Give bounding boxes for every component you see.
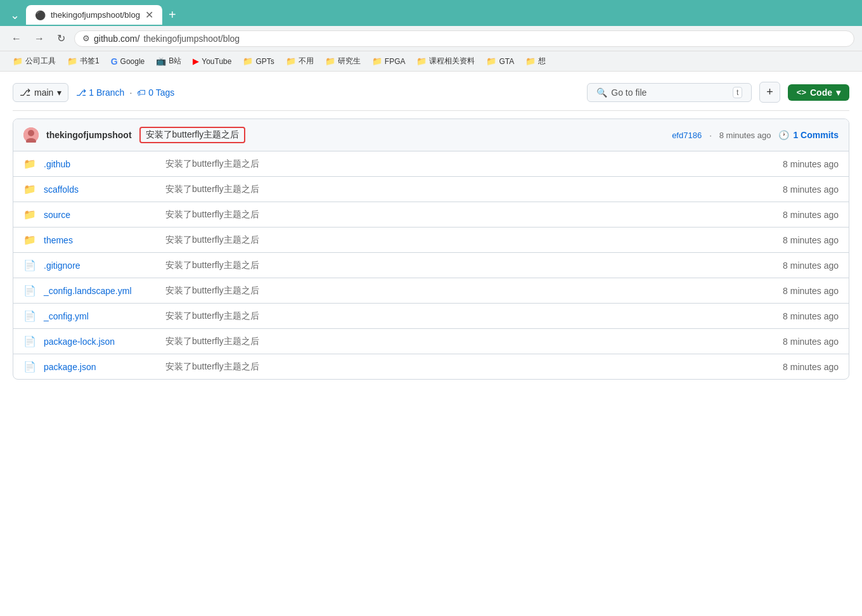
branch-selector[interactable]: ⎇ main ▾ <box>13 83 68 102</box>
branch-name: main <box>34 87 53 98</box>
add-file-btn[interactable]: + <box>759 82 780 103</box>
tab-title: thekingofjumpshoot/blog <box>51 10 140 20</box>
plus-icon: + <box>766 86 773 99</box>
file-time: 8 minutes ago <box>783 159 839 169</box>
bookmark-shujian[interactable]: 📁 书签1 <box>62 54 105 68</box>
table-row: 📄 _config.landscape.yml 安装了butterfly主题之后… <box>13 278 849 304</box>
bookmark-gongsi-label: 公司工具 <box>25 56 56 67</box>
bookmark-kecheng-label: 课程相关资料 <box>429 56 475 67</box>
security-icon: ⚙ <box>82 34 90 43</box>
tag-count-link[interactable]: 🏷 0 Tags <box>137 87 174 98</box>
bookmark-xiang-label: 想 <box>538 56 546 67</box>
tab-bar: ⌄ ⚫ thekingofjumpshoot/blog ✕ + <box>0 0 862 26</box>
bookmark-youtube[interactable]: ▶ YouTube <box>188 55 236 68</box>
file-icon: 📄 <box>23 259 36 271</box>
bilibili-icon: 📺 <box>156 56 166 66</box>
tab-dropdown-btn[interactable]: ⌄ <box>6 4 23 26</box>
folder-icon: 📁 <box>243 56 253 66</box>
back-btn[interactable]: ← <box>8 30 25 47</box>
bookmark-fpga[interactable]: 📁 FPGA <box>367 55 411 68</box>
folder-icon: 📁 <box>23 209 36 221</box>
file-name[interactable]: _config.yml <box>44 311 158 321</box>
commit-author-avatar <box>23 127 39 143</box>
reload-btn[interactable]: ↻ <box>53 30 69 47</box>
folder-icon: 📁 <box>13 56 23 66</box>
file-commit-message: 安装了butterfly主题之后 <box>165 336 775 347</box>
table-row: 📄 _config.yml 安装了butterfly主题之后 8 minutes… <box>13 304 849 329</box>
forward-btn[interactable]: → <box>30 30 48 47</box>
table-row: 📁 scaffolds 安装了butterfly主题之后 8 minutes a… <box>13 177 849 202</box>
file-commit-message: 安装了butterfly主题之后 <box>165 361 775 373</box>
file-name[interactable]: source <box>44 210 158 220</box>
bookmark-gpts[interactable]: 📁 GPTs <box>238 55 279 68</box>
active-tab[interactable]: ⚫ thekingofjumpshoot/blog ✕ <box>26 5 162 25</box>
folder-icon: 📁 <box>23 234 36 246</box>
file-name[interactable]: package.json <box>44 362 158 372</box>
file-commit-message: 安装了butterfly主题之后 <box>165 158 775 170</box>
table-row: 📄 .gitignore 安装了butterfly主题之后 8 minutes … <box>13 253 849 278</box>
bookmark-buyong[interactable]: 📁 不用 <box>281 54 319 68</box>
youtube-icon: ▶ <box>193 56 199 66</box>
bookmark-xiang[interactable]: 📁 想 <box>520 54 551 68</box>
bookmark-fpga-label: FPGA <box>385 57 406 66</box>
bookmark-youtube-label: YouTube <box>202 57 231 66</box>
folder-icon: 📁 <box>286 56 296 66</box>
search-icon: 🔍 <box>596 87 607 98</box>
table-row: 📁 source 安装了butterfly主题之后 8 minutes ago <box>13 202 849 228</box>
bookmark-kecheng[interactable]: 📁 课程相关资料 <box>411 54 480 68</box>
file-icon: 📄 <box>23 285 36 297</box>
bookmark-shujian-label: 书签1 <box>80 56 100 67</box>
folder-icon: 📁 <box>486 56 496 66</box>
go-to-file-btn[interactable]: 🔍 Go to file t <box>587 83 752 102</box>
file-icon: 📄 <box>23 361 36 373</box>
commits-count: 1 Commits <box>793 130 839 140</box>
table-row: 📁 .github 安装了butterfly主题之后 8 minutes ago <box>13 151 849 177</box>
branch-count-icon: ⎇ <box>76 87 86 98</box>
url-base: github.com/ <box>94 34 139 44</box>
file-name[interactable]: .github <box>44 159 158 169</box>
file-commit-message: 安装了butterfly主题之后 <box>165 184 775 195</box>
address-bar[interactable]: ⚙ github.com/thekingofjumpshoot/blog <box>74 30 854 47</box>
branch-count: 1 Branch <box>89 87 124 98</box>
file-icon: 📄 <box>23 335 36 347</box>
file-commit-message: 安装了butterfly主题之后 <box>165 311 775 322</box>
folder-icon: 📁 <box>23 158 36 170</box>
file-name[interactable]: scaffolds <box>44 184 158 195</box>
folder-icon: 📁 <box>416 56 427 66</box>
file-name[interactable]: themes <box>44 235 158 245</box>
nav-bar: ← → ↻ ⚙ github.com/thekingofjumpshoot/bl… <box>0 26 862 51</box>
code-button[interactable]: <> Code ▾ <box>788 84 849 101</box>
file-name[interactable]: package-lock.json <box>44 337 158 347</box>
code-dropdown-arrow: ▾ <box>836 87 840 98</box>
bookmark-google[interactable]: G Google <box>106 55 150 68</box>
tab-close-btn[interactable]: ✕ <box>145 9 153 21</box>
code-button-label: Code <box>810 87 832 98</box>
go-to-file-shortcut: t <box>733 87 742 98</box>
branch-icon: ⎇ <box>20 87 30 98</box>
bookmark-yanjiusheng[interactable]: 📁 研究生 <box>320 54 366 68</box>
folder-icon: 📁 <box>325 56 335 66</box>
file-rows-container: 📁 .github 安装了butterfly主题之后 8 minutes ago… <box>13 151 849 379</box>
folder-icon: 📁 <box>372 56 382 66</box>
commit-meta: efd7186 · 8 minutes ago 🕐 1 Commits <box>672 130 839 140</box>
bookmark-gta[interactable]: 📁 GTA <box>481 55 519 68</box>
branch-tag-separator: · <box>129 87 132 98</box>
bookmark-gongsi[interactable]: 📁 公司工具 <box>8 54 61 68</box>
file-time: 8 minutes ago <box>783 260 839 271</box>
tag-icon: 🏷 <box>137 87 146 98</box>
commit-author-name[interactable]: thekingofjumpshoot <box>46 130 132 140</box>
file-name[interactable]: .gitignore <box>44 260 158 271</box>
file-icon: 📄 <box>23 310 36 322</box>
table-row: 📁 themes 安装了butterfly主题之后 8 minutes ago <box>13 228 849 253</box>
new-tab-btn[interactable]: + <box>165 4 180 26</box>
bookmark-bilibili[interactable]: 📺 B站 <box>151 54 186 68</box>
branch-count-link[interactable]: ⎇ 1 Branch <box>76 87 124 98</box>
commit-dot: · <box>709 131 712 140</box>
browser-chrome: ⌄ ⚫ thekingofjumpshoot/blog ✕ + ← → ↻ ⚙ … <box>0 0 862 72</box>
commit-message-highlighted[interactable]: 安装了butterfly主题之后 <box>139 127 246 143</box>
commits-link[interactable]: 🕐 1 Commits <box>778 130 839 140</box>
file-name[interactable]: _config.landscape.yml <box>44 286 158 296</box>
bookmark-gta-label: GTA <box>499 57 514 66</box>
commit-hash[interactable]: efd7186 <box>672 131 702 140</box>
file-time: 8 minutes ago <box>783 184 839 195</box>
